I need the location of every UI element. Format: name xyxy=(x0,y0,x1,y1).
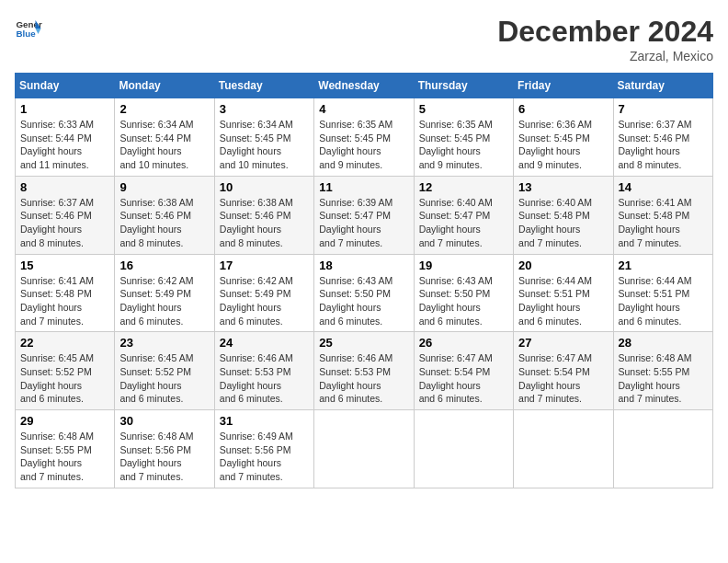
day-cell: 25Sunrise: 6:46 AMSunset: 5:53 PMDayligh… xyxy=(314,332,414,410)
day-cell: 23Sunrise: 6:45 AMSunset: 5:52 PMDayligh… xyxy=(115,332,214,410)
day-cell: 18Sunrise: 6:43 AMSunset: 5:50 PMDayligh… xyxy=(314,254,414,332)
day-info: Sunrise: 6:35 AMSunset: 5:45 PMDaylight … xyxy=(319,118,408,172)
day-cell: 21Sunrise: 6:44 AMSunset: 5:51 PMDayligh… xyxy=(613,254,712,332)
day-number: 16 xyxy=(119,259,209,272)
week-row-5: 29Sunrise: 6:48 AMSunset: 5:55 PMDayligh… xyxy=(16,410,713,488)
day-cell: 1Sunrise: 6:33 AMSunset: 5:44 PMDaylight… xyxy=(16,98,115,177)
weekday-thursday: Thursday xyxy=(414,74,513,98)
day-number: 25 xyxy=(319,336,408,350)
day-info: Sunrise: 6:48 AMSunset: 5:56 PMDaylight … xyxy=(119,430,209,484)
day-info: Sunrise: 6:42 AMSunset: 5:49 PMDaylight … xyxy=(220,274,309,328)
day-info: Sunrise: 6:46 AMSunset: 5:53 PMDaylight … xyxy=(319,351,408,406)
title-block: December 2024 Zarzal, Mexico xyxy=(497,15,713,63)
day-number: 27 xyxy=(518,336,608,350)
day-number: 7 xyxy=(619,102,708,116)
day-cell: 24Sunrise: 6:46 AMSunset: 5:53 PMDayligh… xyxy=(214,332,313,410)
calendar-body: 1Sunrise: 6:33 AMSunset: 5:44 PMDaylight… xyxy=(16,98,713,488)
weekday-wednesday: Wednesday xyxy=(314,74,414,98)
day-info: Sunrise: 6:45 AMSunset: 5:52 PMDaylight … xyxy=(119,351,209,406)
day-cell: 14Sunrise: 6:41 AMSunset: 5:48 PMDayligh… xyxy=(613,176,712,254)
day-cell: 4Sunrise: 6:35 AMSunset: 5:45 PMDaylight… xyxy=(314,98,414,177)
day-info: Sunrise: 6:48 AMSunset: 5:55 PMDaylight … xyxy=(20,430,109,484)
svg-text:Blue: Blue xyxy=(17,29,37,39)
day-info: Sunrise: 6:40 AMSunset: 5:47 PMDaylight … xyxy=(419,196,508,250)
day-cell: 6Sunrise: 6:36 AMSunset: 5:45 PMDaylight… xyxy=(514,98,613,177)
day-info: Sunrise: 6:36 AMSunset: 5:45 PMDaylight … xyxy=(518,118,608,172)
day-cell: 22Sunrise: 6:45 AMSunset: 5:52 PMDayligh… xyxy=(16,332,115,410)
day-cell: 12Sunrise: 6:40 AMSunset: 5:47 PMDayligh… xyxy=(414,176,513,254)
day-info: Sunrise: 6:43 AMSunset: 5:50 PMDaylight … xyxy=(419,274,508,328)
day-info: Sunrise: 6:35 AMSunset: 5:45 PMDaylight … xyxy=(419,118,508,172)
month-title: December 2024 xyxy=(497,15,713,49)
day-cell: 8Sunrise: 6:37 AMSunset: 5:46 PMDaylight… xyxy=(16,176,115,254)
day-number: 30 xyxy=(119,414,209,428)
day-cell xyxy=(613,410,712,488)
day-cell: 9Sunrise: 6:38 AMSunset: 5:46 PMDaylight… xyxy=(115,176,214,254)
day-number: 11 xyxy=(319,180,408,194)
day-info: Sunrise: 6:39 AMSunset: 5:47 PMDaylight … xyxy=(319,196,408,250)
day-number: 21 xyxy=(619,259,708,272)
day-number: 14 xyxy=(619,180,708,194)
location: Zarzal, Mexico xyxy=(497,49,713,63)
day-number: 10 xyxy=(220,180,309,194)
day-number: 2 xyxy=(119,102,209,116)
day-info: Sunrise: 6:37 AMSunset: 5:46 PMDaylight … xyxy=(20,196,109,250)
day-info: Sunrise: 6:34 AMSunset: 5:45 PMDaylight … xyxy=(220,118,309,172)
day-number: 3 xyxy=(220,102,309,116)
weekday-friday: Friday xyxy=(514,74,613,98)
week-row-4: 22Sunrise: 6:45 AMSunset: 5:52 PMDayligh… xyxy=(16,332,713,410)
day-number: 6 xyxy=(518,102,608,116)
day-cell: 27Sunrise: 6:47 AMSunset: 5:54 PMDayligh… xyxy=(514,332,613,410)
day-info: Sunrise: 6:41 AMSunset: 5:48 PMDaylight … xyxy=(619,196,708,250)
day-info: Sunrise: 6:48 AMSunset: 5:55 PMDaylight … xyxy=(619,351,708,406)
day-info: Sunrise: 6:46 AMSunset: 5:53 PMDaylight … xyxy=(220,351,309,406)
day-info: Sunrise: 6:33 AMSunset: 5:44 PMDaylight … xyxy=(20,118,109,172)
day-cell xyxy=(514,410,613,488)
day-cell: 28Sunrise: 6:48 AMSunset: 5:55 PMDayligh… xyxy=(613,332,712,410)
logo-icon: General Blue xyxy=(15,15,42,42)
day-number: 4 xyxy=(319,102,408,116)
day-cell: 3Sunrise: 6:34 AMSunset: 5:45 PMDaylight… xyxy=(214,98,313,177)
week-row-2: 8Sunrise: 6:37 AMSunset: 5:46 PMDaylight… xyxy=(16,176,713,254)
day-info: Sunrise: 6:42 AMSunset: 5:49 PMDaylight … xyxy=(119,274,209,328)
day-cell: 15Sunrise: 6:41 AMSunset: 5:48 PMDayligh… xyxy=(16,254,115,332)
svg-marker-3 xyxy=(36,29,41,34)
day-number: 15 xyxy=(20,259,109,272)
day-info: Sunrise: 6:37 AMSunset: 5:46 PMDaylight … xyxy=(619,118,708,172)
day-number: 20 xyxy=(518,259,608,272)
day-cell: 31Sunrise: 6:49 AMSunset: 5:56 PMDayligh… xyxy=(214,410,313,488)
day-cell xyxy=(314,410,414,488)
day-number: 29 xyxy=(20,414,109,428)
day-info: Sunrise: 6:44 AMSunset: 5:51 PMDaylight … xyxy=(518,274,608,328)
day-number: 5 xyxy=(419,102,508,116)
day-info: Sunrise: 6:41 AMSunset: 5:48 PMDaylight … xyxy=(20,274,109,328)
day-number: 13 xyxy=(518,180,608,194)
day-info: Sunrise: 6:40 AMSunset: 5:48 PMDaylight … xyxy=(518,196,608,250)
day-info: Sunrise: 6:47 AMSunset: 5:54 PMDaylight … xyxy=(518,351,608,406)
weekday-monday: Monday xyxy=(115,74,214,98)
day-number: 22 xyxy=(20,336,109,350)
day-number: 31 xyxy=(220,414,309,428)
logo: General Blue xyxy=(15,15,42,42)
day-cell xyxy=(414,410,513,488)
day-number: 8 xyxy=(20,180,109,194)
day-number: 28 xyxy=(619,336,708,350)
day-cell: 16Sunrise: 6:42 AMSunset: 5:49 PMDayligh… xyxy=(115,254,214,332)
day-number: 23 xyxy=(119,336,209,350)
day-number: 24 xyxy=(220,336,309,350)
day-cell: 13Sunrise: 6:40 AMSunset: 5:48 PMDayligh… xyxy=(514,176,613,254)
day-cell: 17Sunrise: 6:42 AMSunset: 5:49 PMDayligh… xyxy=(214,254,313,332)
page-header: General Blue December 2024 Zarzal, Mexic… xyxy=(15,15,713,63)
weekday-saturday: Saturday xyxy=(613,74,712,98)
day-cell: 30Sunrise: 6:48 AMSunset: 5:56 PMDayligh… xyxy=(115,410,214,488)
day-cell: 5Sunrise: 6:35 AMSunset: 5:45 PMDaylight… xyxy=(414,98,513,177)
weekday-header-row: SundayMondayTuesdayWednesdayThursdayFrid… xyxy=(16,74,713,98)
day-cell: 11Sunrise: 6:39 AMSunset: 5:47 PMDayligh… xyxy=(314,176,414,254)
day-number: 17 xyxy=(220,259,309,272)
day-info: Sunrise: 6:43 AMSunset: 5:50 PMDaylight … xyxy=(319,274,408,328)
weekday-sunday: Sunday xyxy=(16,74,115,98)
day-cell: 26Sunrise: 6:47 AMSunset: 5:54 PMDayligh… xyxy=(414,332,513,410)
day-cell: 2Sunrise: 6:34 AMSunset: 5:44 PMDaylight… xyxy=(115,98,214,177)
day-info: Sunrise: 6:38 AMSunset: 5:46 PMDaylight … xyxy=(119,196,209,250)
calendar-table: SundayMondayTuesdayWednesdayThursdayFrid… xyxy=(15,73,713,488)
